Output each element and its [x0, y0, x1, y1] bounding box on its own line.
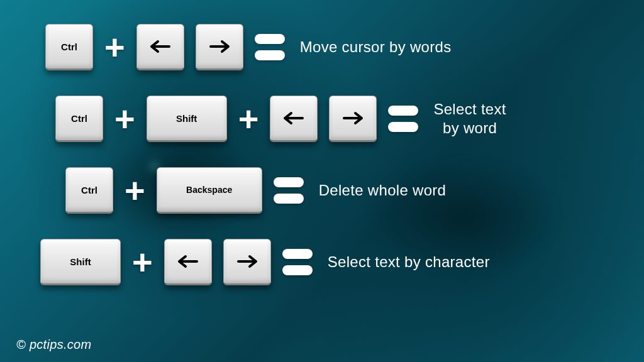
plus-icon: +	[238, 101, 259, 136]
key-backspace: Backspace	[157, 167, 262, 214]
key-arrow-left	[270, 96, 318, 142]
key-ctrl: Ctrl	[55, 96, 103, 142]
credit-text: © pctips.com	[16, 337, 91, 352]
key-arrow-left	[136, 24, 184, 70]
key-ctrl: Ctrl	[65, 167, 113, 214]
key-arrow-right	[196, 24, 243, 70]
key-arrow-right	[329, 96, 377, 142]
shortcut-list: Ctrl + Move cursor by words Ctrl + Shift…	[0, 0, 644, 285]
arrow-right-icon	[235, 254, 260, 269]
equals-icon	[255, 34, 285, 60]
shortcut-description: Select textby word	[433, 100, 506, 138]
arrow-right-icon	[340, 111, 365, 126]
shortcut-description: Move cursor by words	[300, 38, 452, 56]
arrow-right-icon	[207, 39, 232, 54]
key-shift: Shift	[40, 239, 121, 285]
equals-icon	[274, 177, 304, 204]
arrow-left-icon	[281, 111, 306, 126]
shortcut-row: Ctrl + Backspace Delete whole word	[65, 167, 613, 214]
shortcut-row: Ctrl + Move cursor by words	[45, 24, 613, 70]
key-arrow-left	[164, 239, 212, 285]
shortcut-row: Shift + Select text by character	[40, 239, 613, 285]
key-shift: Shift	[147, 96, 227, 142]
shortcut-row: Ctrl + Shift + Select textby word	[55, 96, 613, 142]
shortcut-description: Delete whole word	[319, 182, 447, 199]
key-ctrl: Ctrl	[45, 24, 93, 70]
arrow-left-icon	[148, 39, 173, 54]
plus-icon: +	[104, 30, 125, 65]
key-arrow-right	[223, 239, 271, 285]
shortcut-description: Select text by character	[328, 253, 490, 271]
plus-icon: +	[125, 173, 145, 208]
plus-icon: +	[132, 244, 153, 280]
equals-icon	[282, 249, 313, 275]
arrow-left-icon	[175, 254, 201, 269]
equals-icon	[388, 106, 418, 132]
plus-icon: +	[114, 101, 135, 136]
